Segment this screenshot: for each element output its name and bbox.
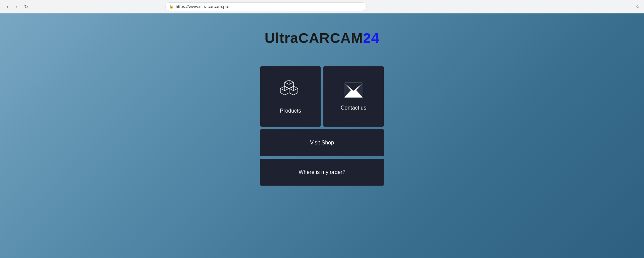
nav-grid: Products Contact us Visit Shop [260, 66, 384, 186]
visit-shop-card[interactable]: Visit Shop [260, 129, 384, 156]
contact-card[interactable]: Contact us [323, 66, 384, 127]
visit-shop-label: Visit Shop [310, 140, 334, 146]
order-label: Where is my order? [299, 169, 345, 175]
products-card[interactable]: Products [260, 66, 321, 127]
reload-button[interactable]: ↻ [23, 3, 30, 10]
contact-icon [343, 82, 364, 98]
bookmark-icon[interactable]: ☆ [635, 3, 640, 10]
products-icon [280, 79, 302, 101]
back-button[interactable]: ‹ [4, 3, 11, 10]
nav-top-row: Products Contact us [260, 66, 384, 127]
address-bar[interactable]: 🔒 https://www.ultracarcam.pro [165, 2, 367, 11]
logo-main-text: UltraCARCAM [265, 30, 363, 46]
url-text: https://www.ultracarcam.pro [176, 4, 229, 9]
lock-icon: 🔒 [169, 4, 174, 9]
order-card[interactable]: Where is my order? [260, 159, 384, 186]
browser-chrome: ‹ › ↻ 🔒 https://www.ultracarcam.pro ☆ [0, 0, 644, 13]
products-label: Products [280, 108, 301, 114]
logo-accent-text: 24 [363, 30, 379, 46]
site-logo: UltraCARCAM24 [265, 30, 379, 46]
forward-button[interactable]: › [13, 3, 20, 10]
page-content: UltraCARCAM24 [0, 13, 644, 258]
contact-label: Contact us [341, 105, 366, 111]
